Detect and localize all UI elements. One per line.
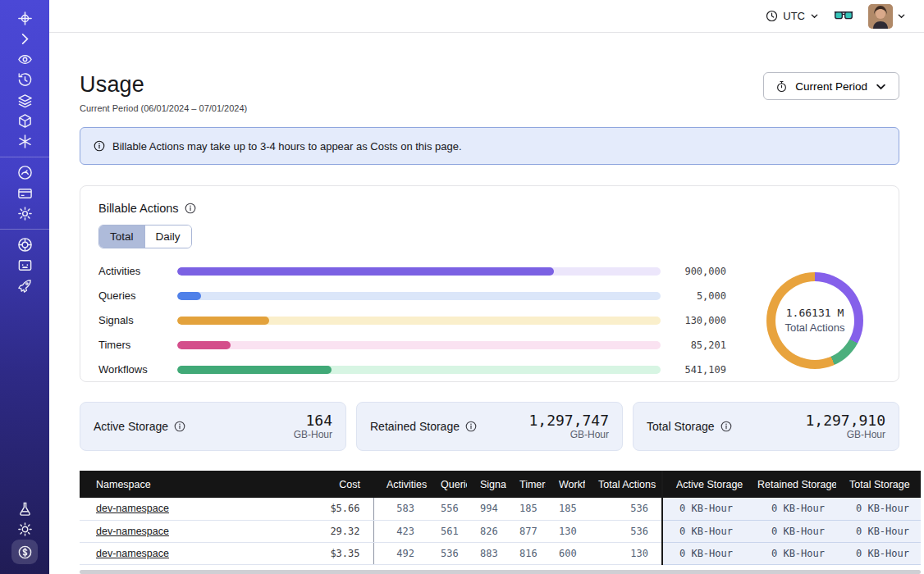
info-banner-text: Billable Actions may take up to 3-4 hour… — [112, 140, 462, 153]
cell-queries: 561 — [428, 520, 467, 542]
total-storage-unit: GB-Hour — [805, 429, 885, 440]
tab-total[interactable]: Total — [99, 226, 144, 248]
bar-fill — [177, 341, 231, 349]
cell-active-storage: 0 KB-Hour — [662, 542, 744, 564]
cell-queries: 536 — [428, 542, 467, 564]
column-header-total-actions: Total Actions — [585, 471, 662, 498]
period-selector-button[interactable]: Current Period — [763, 72, 899, 100]
billable-view-tabs: Total Daily — [98, 225, 192, 248]
bar-fill — [177, 292, 201, 300]
bar-track — [177, 292, 661, 300]
tab-daily[interactable]: Daily — [144, 226, 191, 248]
retained-storage-value: 1,297,747 — [528, 412, 609, 429]
timezone-selector[interactable]: UTC — [766, 10, 819, 22]
usage-dollar-icon[interactable] — [11, 540, 38, 564]
column-header-cost: Cost — [285, 471, 373, 498]
collapse-chevron-icon[interactable] — [11, 29, 39, 49]
table-row: dev-namespace29.324235618268771305360 KB… — [80, 520, 921, 542]
cell-timers: 877 — [506, 520, 546, 542]
billing-card-icon[interactable] — [11, 183, 39, 203]
active-storage-card: Active Storage 164 GB-Hour — [80, 402, 346, 451]
cell-namespace: dev-namespace — [80, 542, 285, 564]
current-period-subtitle: Current Period (06/01/2024 – 07/01/2024) — [80, 103, 247, 113]
settings-gear-icon[interactable] — [11, 203, 39, 224]
support-lifebuoy-icon[interactable] — [11, 235, 39, 255]
stopwatch-icon — [775, 80, 788, 93]
retained-storage-label: Retained Storage — [370, 420, 460, 433]
retained-storage-card: Retained Storage 1,297,747 GB-Hour — [356, 402, 623, 451]
rocket-icon[interactable] — [11, 276, 39, 296]
active-storage-value: 164 — [294, 412, 332, 429]
cell-namespace: dev-namespace — [80, 498, 285, 520]
bar-category-label: Activities — [98, 265, 166, 277]
info-icon[interactable] — [185, 203, 196, 214]
column-header-namespace: Namespace — [80, 471, 285, 498]
total-actions-label: Total Actions — [785, 321, 845, 334]
namespace-link[interactable]: dev-namespace — [96, 526, 169, 537]
chevron-down-icon — [897, 11, 906, 20]
avatar — [868, 4, 893, 29]
column-header-queries: Queries — [428, 471, 467, 498]
labs-flask-icon[interactable] — [11, 499, 39, 519]
info-icon[interactable] — [720, 421, 732, 432]
namespace-link[interactable]: dev-namespace — [96, 503, 169, 514]
asterisk-icon[interactable] — [11, 131, 39, 152]
user-menu[interactable] — [868, 4, 906, 29]
cell-total-actions: 536 — [585, 520, 662, 542]
bar-value: 900,000 — [672, 266, 726, 277]
cell-retained-storage: 0 KB-Hour — [744, 542, 836, 564]
bar-category-label: Timers — [98, 339, 166, 351]
info-icon — [94, 140, 105, 152]
layers-icon[interactable] — [11, 90, 39, 111]
column-header-workflows: Workflows — [546, 471, 585, 498]
cell-cost: $5.66 — [285, 498, 373, 520]
bar-row: Activities 900,000 — [98, 265, 726, 277]
namespace-usage-table: NamespaceCostActivitiesQueriesSignalsTim… — [80, 471, 899, 574]
storage-summary-row: Active Storage 164 GB-Hour Retained Stor… — [80, 402, 899, 451]
feedback-monitor-icon[interactable] — [11, 255, 39, 276]
page-title: Usage — [80, 72, 247, 98]
info-icon[interactable] — [174, 421, 185, 432]
cell-workflows: 600 — [546, 542, 585, 564]
column-header-activities: Activities — [373, 471, 428, 498]
cell-active-storage: 0 KB-Hour — [662, 520, 744, 542]
history-clock-icon[interactable] — [11, 70, 39, 90]
bar-category-label: Signals — [98, 314, 166, 326]
table-row: dev-namespace$5.665835569941851855360 KB… — [80, 498, 921, 520]
bar-category-label: Queries — [98, 289, 166, 302]
info-icon[interactable] — [465, 421, 477, 432]
chevron-down-icon — [875, 80, 887, 93]
clock-icon — [766, 10, 778, 22]
bar-value: 541,109 — [672, 364, 726, 376]
column-header-timers: Timers — [506, 471, 546, 498]
cell-active-storage: 0 KB-Hour — [662, 498, 744, 520]
cell-activities: 492 — [373, 542, 428, 564]
bar-value: 130,000 — [672, 315, 726, 326]
namespace-link[interactable]: dev-namespace — [96, 548, 169, 559]
timezone-label: UTC — [783, 10, 805, 22]
usage-page: Usage Current Period (06/01/2024 – 07/01… — [49, 33, 924, 574]
cube-icon[interactable] — [11, 111, 39, 131]
cell-signals: 994 — [467, 498, 506, 520]
cell-cost: 29.32 — [285, 520, 373, 542]
temporal-logo-icon[interactable] — [11, 8, 39, 29]
horizontal-scrollbar[interactable] — [80, 570, 921, 574]
theme-sun-icon[interactable] — [11, 519, 39, 540]
namespaces-eye-icon[interactable] — [11, 49, 39, 70]
cell-total-storage: 0 KB-Hour — [836, 498, 921, 520]
cell-timers: 185 — [506, 498, 546, 520]
info-banner: Billable Actions may take up to 3-4 hour… — [80, 127, 899, 165]
table-header-row: NamespaceCostActivitiesQueriesSignalsTim… — [80, 471, 921, 498]
sidebar-divider — [0, 157, 49, 157]
glasses-icon[interactable] — [834, 10, 853, 23]
cell-workflows: 185 — [546, 498, 585, 520]
cell-activities: 423 — [373, 520, 428, 542]
cell-total-storage: 0 KB-Hour — [836, 542, 921, 564]
table-row: dev-namespace$3.354925368838166001300 KB… — [80, 542, 921, 564]
bar-value: 85,201 — [672, 339, 726, 351]
cell-retained-storage: 0 KB-Hour — [744, 498, 836, 520]
bar-row: Signals 130,000 — [98, 314, 726, 326]
column-header-retained-storage: Retained Storage — [744, 471, 836, 498]
bar-track — [177, 317, 661, 325]
usage-gauge-icon[interactable] — [11, 162, 39, 183]
